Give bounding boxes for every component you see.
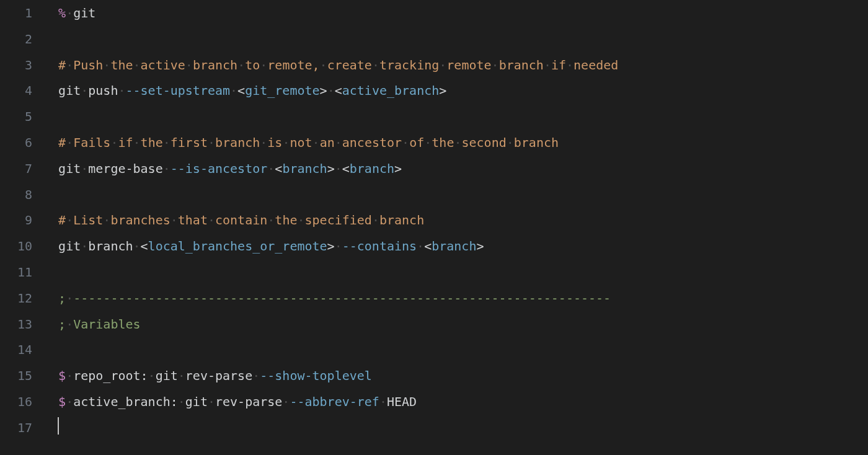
token: local_branches_or_remote — [148, 239, 327, 254]
token: · — [81, 239, 88, 254]
code-area[interactable]: %·git #·Push·the·active·branch·to·remote… — [43, 0, 868, 455]
token: > — [320, 83, 327, 98]
token: ----------------------------------------… — [73, 291, 611, 306]
token: rev-parse — [215, 394, 282, 409]
token: --is-ancestor — [170, 161, 268, 176]
token: · — [66, 368, 73, 383]
line-number-gutter: 1234567891011121314151617 — [0, 0, 43, 455]
token: · — [282, 135, 290, 150]
token: needed — [574, 58, 618, 73]
token: ancestor — [342, 135, 402, 150]
code-line[interactable]: ;·--------------------------------------… — [43, 286, 868, 312]
token: if — [551, 58, 566, 73]
code-line[interactable]: $·repo_root:·git·rev-parse·--show-toplev… — [43, 363, 868, 389]
code-line[interactable]: git·branch·<local_branches_or_remote>·--… — [43, 234, 868, 260]
line-number: 8 — [0, 182, 32, 208]
code-line[interactable]: #·Fails·if·the·first·branch·is·not·an·an… — [43, 130, 868, 156]
token: > — [327, 161, 335, 176]
token: active — [141, 58, 185, 73]
indent — [43, 58, 58, 73]
token: · — [66, 58, 73, 73]
token: · — [379, 394, 387, 409]
token: active_branch: — [73, 394, 178, 409]
token: merge-base — [88, 161, 162, 176]
code-line[interactable] — [43, 104, 868, 130]
token: · — [66, 135, 73, 150]
code-line[interactable]: $·active_branch:·git·rev-parse·--abbrev-… — [43, 389, 868, 415]
token: branch — [215, 135, 260, 150]
token: · — [185, 58, 193, 73]
line-number: 5 — [0, 104, 32, 130]
token: · — [110, 135, 118, 150]
line-number: 12 — [0, 286, 32, 312]
indent — [43, 317, 58, 332]
token: tracking — [379, 58, 439, 73]
token: · — [417, 239, 424, 254]
indent — [43, 161, 58, 176]
code-line[interactable] — [43, 337, 868, 363]
indent — [43, 265, 58, 280]
token: of — [409, 135, 424, 150]
token: · — [372, 213, 379, 228]
token: < — [335, 83, 342, 98]
token: · — [118, 83, 125, 98]
token: repo_root: — [73, 368, 148, 383]
line-number: 15 — [0, 363, 32, 389]
token: > — [439, 83, 446, 98]
token: branch — [88, 239, 133, 254]
token: · — [424, 135, 432, 150]
code-line[interactable]: ;·Variables — [43, 312, 868, 338]
token: · — [66, 317, 73, 332]
token: Push — [73, 58, 103, 73]
token: # — [58, 58, 66, 73]
indent — [43, 342, 58, 357]
line-number: 3 — [0, 53, 32, 79]
line-number: 6 — [0, 130, 32, 156]
token: git — [73, 6, 95, 20]
token: --set-upstream — [125, 83, 230, 98]
token: --show-toplevel — [260, 368, 372, 383]
token: branch — [193, 58, 237, 73]
token: # — [58, 213, 66, 228]
token: git — [185, 394, 208, 409]
code-line[interactable]: %·git — [43, 1, 868, 27]
token: remote — [446, 58, 491, 73]
token: $ — [58, 394, 66, 409]
code-line[interactable]: #·List·branches·that·contain·the·specifi… — [43, 208, 868, 234]
token: · — [282, 394, 290, 409]
token: > — [327, 239, 335, 254]
line-number: 9 — [0, 208, 32, 234]
line-number: 2 — [0, 27, 32, 53]
token: · — [335, 239, 342, 254]
code-line[interactable]: #·Push·the·active·branch·to·remote,·crea… — [43, 53, 868, 79]
token: push — [88, 83, 118, 98]
token: · — [133, 239, 141, 254]
indent — [43, 291, 58, 306]
token: not — [290, 135, 312, 150]
token: · — [402, 135, 409, 150]
code-line[interactable] — [43, 260, 868, 286]
token: · — [335, 161, 342, 176]
token: git_remote — [245, 83, 319, 98]
code-line[interactable] — [43, 415, 868, 441]
line-number: 16 — [0, 389, 32, 415]
code-line[interactable] — [43, 27, 868, 53]
token: branch — [432, 239, 476, 254]
token: < — [141, 239, 148, 254]
token: · — [297, 213, 304, 228]
token: · — [170, 213, 178, 228]
token: · — [566, 58, 574, 73]
code-editor[interactable]: 1234567891011121314151617 %·git #·Push·t… — [0, 0, 868, 455]
token: · — [327, 83, 335, 98]
token: ; — [58, 291, 66, 306]
token: branch — [499, 58, 544, 73]
indent — [43, 135, 58, 150]
token: · — [163, 135, 170, 150]
token: $ — [58, 368, 66, 383]
line-number: 4 — [0, 78, 32, 104]
token: · — [178, 394, 185, 409]
token: Variables — [73, 317, 140, 332]
code-line[interactable]: git·push·--set-upstream·<git_remote>·<ac… — [43, 78, 868, 104]
code-line[interactable]: git·merge-base·--is-ancestor·<branch>·<b… — [43, 156, 868, 182]
code-line[interactable] — [43, 182, 868, 208]
